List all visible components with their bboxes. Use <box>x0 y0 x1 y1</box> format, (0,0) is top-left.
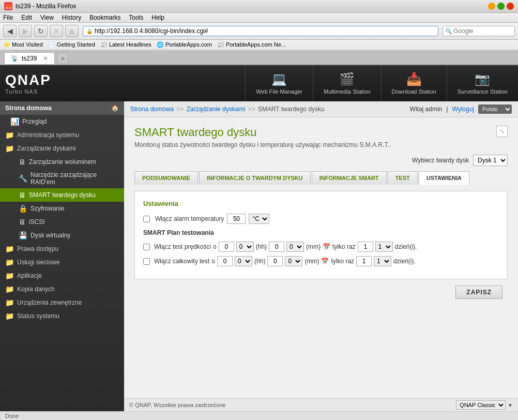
menu-view[interactable]: View <box>40 14 54 21</box>
new-tab-button[interactable]: + <box>57 53 68 64</box>
speed-test-checkbox[interactable] <box>143 244 150 250</box>
page-icon-btn[interactable]: ⤡ <box>496 126 508 137</box>
tab-podsumowanie[interactable]: PODSUMOWANIE <box>134 171 198 185</box>
bookmark-latest-headlines[interactable]: 📰 Latest Headlines <box>100 41 151 48</box>
title-bar: 🦊 ts239 - Mozilla Firefox <box>0 0 518 13</box>
full-test-hh-input[interactable] <box>217 256 233 266</box>
address-bar[interactable]: 🔒 <box>83 26 438 36</box>
speed-test-hh-input[interactable] <box>219 242 234 252</box>
nav-multimedia-station[interactable]: 🎬 Multimedia Station <box>313 65 381 101</box>
temp-value-input[interactable] <box>227 214 246 224</box>
menu-tools[interactable]: Tools <box>129 14 143 21</box>
szyfrowanie-icon: 🔒 <box>19 204 27 213</box>
download-station-icon: 📥 <box>406 72 422 86</box>
speed-test-mm-input[interactable] <box>269 242 284 252</box>
sidebar-item-raid[interactable]: 🔧 Narzędzie zarządzające RAID'em <box>0 169 124 188</box>
speed-test-calendar-icon: 📅 <box>323 243 330 250</box>
sidebar-item-smart[interactable]: 🖥 SMART twardego dysku <box>0 188 124 202</box>
sidebar-item-przeglad[interactable]: 📊 Przegląd <box>0 115 124 128</box>
theme-selector-area: QNAP Classic Default ▼ <box>456 400 513 410</box>
breadcrumb-disk-mgmt[interactable]: Zarządzanie dyskami <box>187 106 245 113</box>
search-input[interactable] <box>453 27 512 35</box>
tab-informacje-o-dysku[interactable]: INFORMACJE O TWARDYM DYSKU <box>199 171 311 185</box>
nav-download-station[interactable]: 📥 Download Station <box>381 65 447 101</box>
maximize-btn[interactable] <box>497 3 505 10</box>
full-test-mm-select[interactable]: 01530 <box>285 256 302 266</box>
tab-informacje-smart[interactable]: INFORMACJE SMART <box>312 171 387 185</box>
content-area: Strona domowa >> Zarządzanie dyskami >> … <box>124 101 518 411</box>
qnap-nav: 💻 Web File Manager 🎬 Multimedia Station … <box>245 65 518 101</box>
menu-edit[interactable]: Edit <box>21 14 32 21</box>
nav-label-download-station: Download Station <box>392 88 436 95</box>
sidebar-item-aplikacje[interactable]: 📁 Aplikacje <box>0 269 124 282</box>
sidebar-item-urzadzenia[interactable]: 📁 Urządzenia zewnętrzne <box>0 296 124 309</box>
page-title: SMART twardego dysku <box>134 126 256 139</box>
sidebar-item-kopia[interactable]: 📁 Kopia danych <box>0 282 124 296</box>
language-select[interactable]: Polski English <box>478 104 512 114</box>
nav-label-multimedia-station: Multimedia Station <box>324 88 371 95</box>
full-test-hh-select[interactable]: 012 <box>235 256 252 266</box>
disk-select[interactable]: Dysk 1 Dysk 2 <box>473 155 508 166</box>
sidebar-item-dysk-wirtualny[interactable]: 💾 Dysk wirtualny <box>0 229 124 242</box>
home-button[interactable]: ⌂ <box>65 25 79 37</box>
save-button[interactable]: ZAPISZ <box>455 286 502 299</box>
breadcrumb-sep-2: >> <box>248 106 256 113</box>
bookmark-portableapps[interactable]: 🌐 PortableApps.com <box>157 41 212 48</box>
logout-link[interactable]: Wyloguj <box>452 106 474 113</box>
sidebar-item-iscsi[interactable]: 🖥 iSCSI <box>0 215 124 229</box>
menu-help[interactable]: Help <box>151 14 164 21</box>
breadcrumb-home[interactable]: Strona domowa <box>130 106 174 113</box>
tab-close-icon[interactable]: ✕ <box>43 55 48 62</box>
sidebar: Strona domowa 🏠 📊 Przegląd 📁 Administrac… <box>0 101 124 411</box>
sidebar-label-raid: Narzędzie zarządzające RAID'em <box>31 171 119 186</box>
temp-alarm-checkbox[interactable] <box>143 216 150 222</box>
sidebar-item-zarzadzanie-dyskami[interactable]: 📁 Zarządzanie dyskami <box>0 142 124 155</box>
theme-select[interactable]: QNAP Classic Default <box>456 400 506 410</box>
nav-web-file-manager[interactable]: 💻 Web File Manager <box>245 65 313 101</box>
tab-navigation: PODSUMOWANIE INFORMACJE O TWARDYM DYSKU … <box>134 171 508 185</box>
full-test-o-label: o <box>211 258 215 265</box>
sidebar-item-status[interactable]: 📁 Status systemu <box>0 309 124 323</box>
speed-test-hh-select[interactable]: 012 <box>236 242 254 252</box>
main-layout: Strona domowa 🏠 📊 Przegląd 📁 Administrac… <box>0 101 518 411</box>
browser-tab-active[interactable]: 📡 ts239 ✕ <box>4 52 55 64</box>
minimize-btn[interactable] <box>488 3 495 10</box>
sidebar-item-woluminem[interactable]: 🖥 Zarządzanie woluminem <box>0 155 124 169</box>
menu-bookmarks[interactable]: Bookmarks <box>89 14 120 21</box>
temp-unit-select[interactable]: °C °F <box>249 214 269 224</box>
tab-test[interactable]: TEST <box>388 171 418 185</box>
back-button[interactable]: ◀ <box>3 25 17 37</box>
speed-test-count-select[interactable]: 127 <box>375 242 393 252</box>
sidebar-item-administracja[interactable]: 📁 Administracja systemu <box>0 128 124 142</box>
copyright-text: © QNAP, Wszelkie prawa zastrzeżone <box>129 402 225 408</box>
menu-history[interactable]: History <box>62 14 81 21</box>
full-test-hh-label: (hh) <box>254 258 265 265</box>
close-btn[interactable] <box>507 3 514 10</box>
nav-surveillance-station[interactable]: 📷 Surveillance Station <box>447 65 518 101</box>
menu-file[interactable]: File <box>3 14 13 21</box>
sidebar-item-prawa-dostepu[interactable]: 📁 Prawa dostępu <box>0 242 124 256</box>
sidebar-home-icon[interactable]: 🏠 <box>111 104 119 112</box>
full-test-checkbox[interactable] <box>143 258 150 265</box>
settings-panel: Ustawienia Włącz alarm temperatury °C °F… <box>134 191 508 279</box>
full-test-count-input[interactable] <box>356 256 372 266</box>
sidebar-item-uslugi[interactable]: 📁 Usługi sieciowe <box>0 256 124 269</box>
bookmark-most-visited[interactable]: ⭐ Most Visited <box>3 41 43 48</box>
sidebar-item-szyfrowanie[interactable]: 🔒 Szyfrowanie <box>0 202 124 215</box>
bookmark-portableapps-ne[interactable]: 📰 PortableApps.com Ne... <box>217 41 286 48</box>
forward-button[interactable]: ▶ <box>19 25 32 37</box>
full-test-mm-input[interactable] <box>267 256 283 266</box>
stop-button[interactable]: ✕ <box>50 25 63 37</box>
address-input[interactable] <box>95 27 435 35</box>
raid-icon: 🔧 <box>19 174 27 183</box>
sidebar-label-iscsi: iSCSI <box>29 218 45 226</box>
full-test-count-select[interactable]: 127 <box>374 256 391 266</box>
speed-test-count-input[interactable] <box>358 242 373 252</box>
disk-selector: Wybierz twardy dysk Dysk 1 Dysk 2 <box>134 155 508 166</box>
reload-button[interactable]: ↻ <box>34 25 48 37</box>
speed-test-mm-select[interactable]: 01530 <box>286 242 304 252</box>
bookmark-getting-started[interactable]: 📄 Getting Started <box>48 41 95 48</box>
user-greeting: Witaj admin <box>410 106 443 113</box>
full-test-mm-label: (mm) <box>304 258 319 265</box>
tab-ustawienia[interactable]: USTAWIENIA <box>419 171 469 185</box>
